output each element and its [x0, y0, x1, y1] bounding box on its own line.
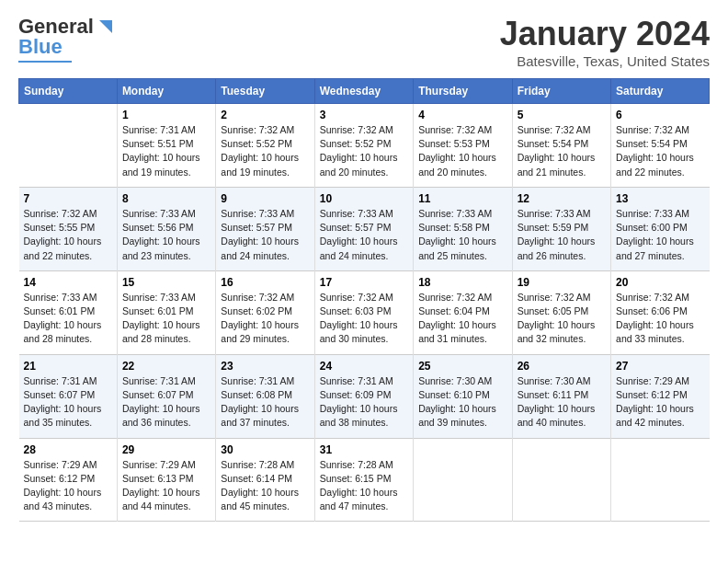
day-number: 12: [518, 192, 606, 205]
calendar-cell: 4Sunrise: 7:32 AM Sunset: 5:53 PM Daylig…: [414, 104, 512, 188]
day-info: Sunrise: 7:32 AM Sunset: 5:52 PM Dayligh…: [221, 123, 309, 179]
header-cell-tuesday: Tuesday: [216, 79, 314, 104]
day-info: Sunrise: 7:30 AM Sunset: 6:10 PM Dayligh…: [418, 374, 506, 431]
calendar-cell: 9Sunrise: 7:33 AM Sunset: 5:57 PM Daylig…: [216, 187, 314, 270]
day-info: Sunrise: 7:28 AM Sunset: 6:14 PM Dayligh…: [221, 458, 309, 514]
calendar-cell: 28Sunrise: 7:29 AM Sunset: 6:12 PM Dayli…: [19, 438, 118, 522]
day-info: Sunrise: 7:31 AM Sunset: 6:09 PM Dayligh…: [320, 374, 408, 431]
day-number: 17: [320, 276, 408, 289]
day-number: 31: [320, 443, 408, 456]
day-number: 16: [221, 276, 309, 289]
header-cell-wednesday: Wednesday: [314, 79, 413, 104]
day-number: 22: [122, 360, 210, 373]
day-number: 23: [221, 360, 309, 373]
day-info: Sunrise: 7:31 AM Sunset: 5:51 PM Dayligh…: [122, 123, 210, 179]
calendar-cell: 8Sunrise: 7:33 AM Sunset: 5:56 PM Daylig…: [117, 187, 215, 270]
week-row-1: 1Sunrise: 7:31 AM Sunset: 5:51 PM Daylig…: [19, 104, 710, 188]
day-number: 27: [616, 360, 704, 373]
calendar-cell: 14Sunrise: 7:33 AM Sunset: 6:01 PM Dayli…: [19, 270, 118, 354]
day-info: Sunrise: 7:32 AM Sunset: 6:02 PM Dayligh…: [221, 291, 309, 347]
day-info: Sunrise: 7:32 AM Sunset: 5:55 PM Dayligh…: [24, 207, 112, 263]
calendar-header: SundayMondayTuesdayWednesdayThursdayFrid…: [19, 79, 710, 104]
day-number: 9: [221, 192, 309, 205]
day-number: 20: [616, 276, 704, 289]
day-info: Sunrise: 7:28 AM Sunset: 6:15 PM Dayligh…: [320, 458, 408, 514]
day-info: Sunrise: 7:31 AM Sunset: 6:08 PM Dayligh…: [221, 374, 309, 431]
day-info: Sunrise: 7:33 AM Sunset: 5:56 PM Dayligh…: [122, 207, 210, 263]
logo-underline: [18, 61, 72, 63]
day-info: Sunrise: 7:32 AM Sunset: 5:54 PM Dayligh…: [616, 123, 704, 179]
day-number: 21: [24, 360, 112, 373]
calendar-cell: 15Sunrise: 7:33 AM Sunset: 6:01 PM Dayli…: [117, 270, 215, 354]
calendar-cell: 30Sunrise: 7:28 AM Sunset: 6:14 PM Dayli…: [216, 438, 314, 522]
calendar-cell: 26Sunrise: 7:30 AM Sunset: 6:11 PM Dayli…: [512, 354, 610, 438]
calendar-cell: 24Sunrise: 7:31 AM Sunset: 6:09 PM Dayli…: [314, 354, 413, 438]
day-info: Sunrise: 7:32 AM Sunset: 6:06 PM Dayligh…: [616, 291, 704, 347]
svg-marker-0: [99, 20, 112, 33]
day-info: Sunrise: 7:32 AM Sunset: 5:53 PM Dayligh…: [418, 123, 506, 179]
day-number: 11: [418, 192, 506, 205]
day-number: 3: [320, 109, 408, 121]
calendar-cell: 29Sunrise: 7:29 AM Sunset: 6:13 PM Dayli…: [117, 438, 215, 522]
logo-blue: Blue: [18, 35, 63, 59]
calendar-cell: 5Sunrise: 7:32 AM Sunset: 5:54 PM Daylig…: [512, 104, 610, 188]
header-cell-friday: Friday: [512, 79, 610, 104]
calendar-cell: 20Sunrise: 7:32 AM Sunset: 6:06 PM Dayli…: [611, 270, 710, 354]
calendar-cell: 2Sunrise: 7:32 AM Sunset: 5:52 PM Daylig…: [216, 104, 314, 188]
subtitle: Batesville, Texas, United States: [500, 53, 710, 69]
day-number: 10: [320, 192, 408, 205]
day-info: Sunrise: 7:33 AM Sunset: 6:01 PM Dayligh…: [122, 291, 210, 347]
week-row-4: 21Sunrise: 7:31 AM Sunset: 6:07 PM Dayli…: [19, 354, 710, 438]
day-info: Sunrise: 7:32 AM Sunset: 6:04 PM Dayligh…: [418, 291, 506, 347]
day-number: 2: [221, 109, 309, 121]
calendar-cell: [611, 438, 710, 522]
week-row-2: 7Sunrise: 7:32 AM Sunset: 5:55 PM Daylig…: [19, 187, 710, 270]
day-number: 14: [24, 276, 112, 289]
calendar-cell: [19, 104, 118, 188]
day-number: 24: [320, 360, 408, 373]
calendar-cell: 16Sunrise: 7:32 AM Sunset: 6:02 PM Dayli…: [216, 270, 314, 354]
calendar-cell: 13Sunrise: 7:33 AM Sunset: 6:00 PM Dayli…: [611, 187, 710, 270]
day-info: Sunrise: 7:32 AM Sunset: 5:52 PM Dayligh…: [320, 123, 408, 179]
day-number: 13: [616, 192, 704, 205]
week-row-3: 14Sunrise: 7:33 AM Sunset: 6:01 PM Dayli…: [19, 270, 710, 354]
calendar-cell: 11Sunrise: 7:33 AM Sunset: 5:58 PM Dayli…: [414, 187, 512, 270]
day-number: 6: [616, 109, 704, 121]
day-info: Sunrise: 7:30 AM Sunset: 6:11 PM Dayligh…: [518, 374, 606, 431]
logo-triangle-icon: [94, 17, 114, 37]
day-number: 18: [418, 276, 506, 289]
header-cell-saturday: Saturday: [611, 79, 710, 104]
header-cell-thursday: Thursday: [414, 79, 512, 104]
calendar-cell: 1Sunrise: 7:31 AM Sunset: 5:51 PM Daylig…: [117, 104, 215, 188]
calendar-body: 1Sunrise: 7:31 AM Sunset: 5:51 PM Daylig…: [19, 104, 710, 522]
day-info: Sunrise: 7:31 AM Sunset: 6:07 PM Dayligh…: [24, 374, 112, 431]
calendar-cell: 21Sunrise: 7:31 AM Sunset: 6:07 PM Dayli…: [19, 354, 118, 438]
header-cell-sunday: Sunday: [19, 79, 118, 104]
day-info: Sunrise: 7:33 AM Sunset: 5:57 PM Dayligh…: [320, 207, 408, 263]
day-info: Sunrise: 7:32 AM Sunset: 6:05 PM Dayligh…: [518, 291, 606, 347]
day-info: Sunrise: 7:29 AM Sunset: 6:13 PM Dayligh…: [122, 458, 210, 514]
header-row: SundayMondayTuesdayWednesdayThursdayFrid…: [19, 79, 710, 104]
day-number: 1: [122, 109, 210, 121]
main-title: January 2024: [500, 15, 710, 53]
calendar-cell: 27Sunrise: 7:29 AM Sunset: 6:12 PM Dayli…: [611, 354, 710, 438]
day-info: Sunrise: 7:29 AM Sunset: 6:12 PM Dayligh…: [616, 374, 704, 431]
day-number: 25: [418, 360, 506, 373]
day-number: 26: [518, 360, 606, 373]
header: General Blue January 2024 Batesville, Te…: [18, 15, 710, 69]
calendar-cell: 22Sunrise: 7:31 AM Sunset: 6:07 PM Dayli…: [117, 354, 215, 438]
day-number: 30: [221, 443, 309, 456]
calendar-cell: 12Sunrise: 7:33 AM Sunset: 5:59 PM Dayli…: [512, 187, 610, 270]
calendar-cell: 6Sunrise: 7:32 AM Sunset: 5:54 PM Daylig…: [611, 104, 710, 188]
day-number: 28: [24, 443, 112, 456]
day-number: 4: [418, 109, 506, 121]
day-number: 19: [518, 276, 606, 289]
calendar-cell: 3Sunrise: 7:32 AM Sunset: 5:52 PM Daylig…: [314, 104, 413, 188]
day-info: Sunrise: 7:33 AM Sunset: 6:00 PM Dayligh…: [616, 207, 704, 263]
day-info: Sunrise: 7:33 AM Sunset: 5:57 PM Dayligh…: [221, 207, 309, 263]
calendar-cell: [414, 438, 512, 522]
day-info: Sunrise: 7:33 AM Sunset: 5:58 PM Dayligh…: [418, 207, 506, 263]
title-block: January 2024 Batesville, Texas, United S…: [500, 15, 710, 69]
calendar-cell: 31Sunrise: 7:28 AM Sunset: 6:15 PM Dayli…: [314, 438, 413, 522]
calendar-cell: 17Sunrise: 7:32 AM Sunset: 6:03 PM Dayli…: [314, 270, 413, 354]
